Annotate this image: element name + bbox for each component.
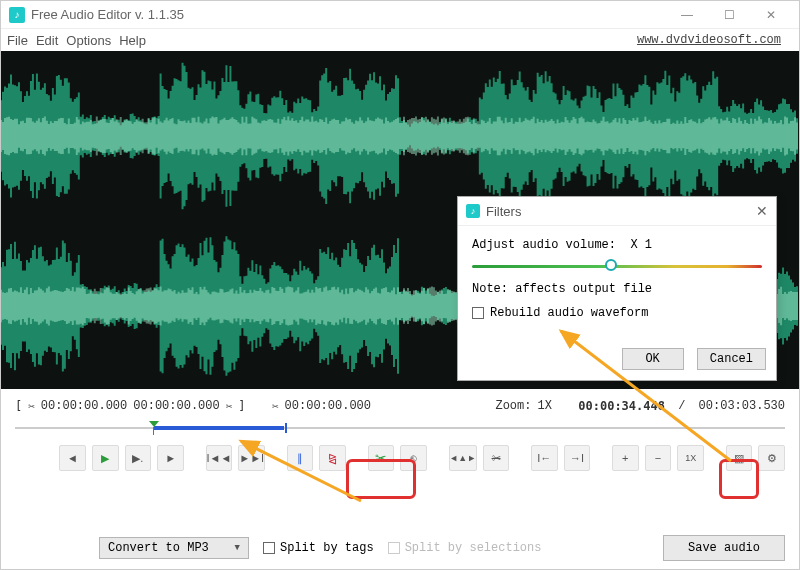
ok-button[interactable]: OK (622, 348, 684, 370)
sel-end-button[interactable]: →I (564, 445, 591, 471)
volume-slider[interactable] (472, 262, 762, 270)
time-separator: / (671, 399, 693, 413)
window-title: Free Audio Editor v. 1.1.35 (31, 7, 184, 22)
zoom-1x-button[interactable]: 1X (677, 445, 704, 471)
menu-options[interactable]: Options (66, 33, 111, 48)
marker-button[interactable]: ∥ (287, 445, 314, 471)
zoom-label: Zoom: (495, 399, 531, 413)
split-selections-label: Split by selections (405, 541, 542, 555)
close-button[interactable]: ✕ (751, 3, 791, 27)
filters-button[interactable]: ⚙ (758, 445, 785, 471)
play-button[interactable]: ▶ (92, 445, 119, 471)
cut-button[interactable]: ✂ (368, 445, 395, 471)
convert-value: Convert to MP3 (108, 541, 209, 555)
save-audio-button[interactable]: Save audio (663, 535, 785, 561)
note-text: Note: affects output file (472, 282, 762, 296)
duration-time: 00:03:03.530 (699, 399, 785, 413)
dialog-title: Filters (486, 204, 521, 219)
bracket-left: [ (15, 399, 22, 413)
scissors-icon: ✂ (28, 400, 35, 413)
skip-fwd-button[interactable]: ►►I (238, 445, 265, 471)
volume-value: X 1 (630, 238, 652, 252)
scissors-icon: ✂ (226, 400, 233, 413)
zoom-in-button[interactable]: + (612, 445, 639, 471)
split-tags-checkbox[interactable]: Split by tags (263, 541, 374, 555)
bracket-right: ] (238, 399, 245, 413)
menu-file[interactable]: File (7, 33, 28, 48)
split-tags-label: Split by tags (280, 541, 374, 555)
cursor-time: 00:00:00.000 (285, 399, 371, 413)
menu-edit[interactable]: Edit (36, 33, 58, 48)
cancel-button[interactable]: Cancel (697, 348, 766, 370)
rebuild-checkbox[interactable] (472, 307, 484, 319)
minimize-button[interactable]: — (667, 3, 707, 27)
selection-start: 00:00:00.000 (41, 399, 127, 413)
scissors-icon: ✂ (272, 400, 279, 413)
next-button[interactable]: ► (157, 445, 184, 471)
play-selection-button[interactable]: ▶. (125, 445, 152, 471)
menu-help[interactable]: Help (119, 33, 146, 48)
maximize-button[interactable]: ☐ (709, 3, 749, 27)
delete-button[interactable]: ✂ (483, 445, 510, 471)
volume-label: Adjust audio volume: (472, 238, 616, 252)
toolbar: ◄ ▶ ▶. ► I◄◄ ►►I ∥ ⧎ ✂ ⎋ ◄▲► ✂ I← →I + −… (1, 445, 799, 475)
trim-out-button[interactable]: ◄▲► (449, 445, 477, 471)
playhead[interactable] (149, 421, 159, 435)
zoom-value: 1X (537, 399, 551, 413)
slider-thumb[interactable] (605, 259, 617, 271)
split-selections-checkbox: Split by selections (388, 541, 542, 555)
image-button[interactable]: ▨ (726, 445, 753, 471)
prev-button[interactable]: ◄ (59, 445, 86, 471)
app-icon: ♪ (9, 7, 25, 23)
selection-end: 00:00:00.000 (133, 399, 219, 413)
skip-back-button[interactable]: I◄◄ (206, 445, 233, 471)
record-marker-button[interactable]: ⧎ (319, 445, 346, 471)
timeline[interactable] (15, 421, 785, 435)
rebuild-label: Rebuild audio waveform (490, 306, 648, 320)
split-button[interactable]: ⎋ (400, 445, 427, 471)
chevron-down-icon: ▼ (235, 543, 240, 553)
convert-dropdown[interactable]: Convert to MP3 ▼ (99, 537, 249, 559)
music-note-icon: ♪ (466, 204, 480, 218)
zoom-out-button[interactable]: − (645, 445, 672, 471)
filters-dialog: ♪ Filters ✕ Adjust audio volume: X 1 Not… (457, 196, 777, 381)
close-icon[interactable]: ✕ (756, 203, 768, 219)
position-time: 00:00:34.448 (578, 399, 665, 413)
sel-start-button[interactable]: I← (531, 445, 558, 471)
website-link[interactable]: www.dvdvideosoft.com (637, 33, 781, 47)
